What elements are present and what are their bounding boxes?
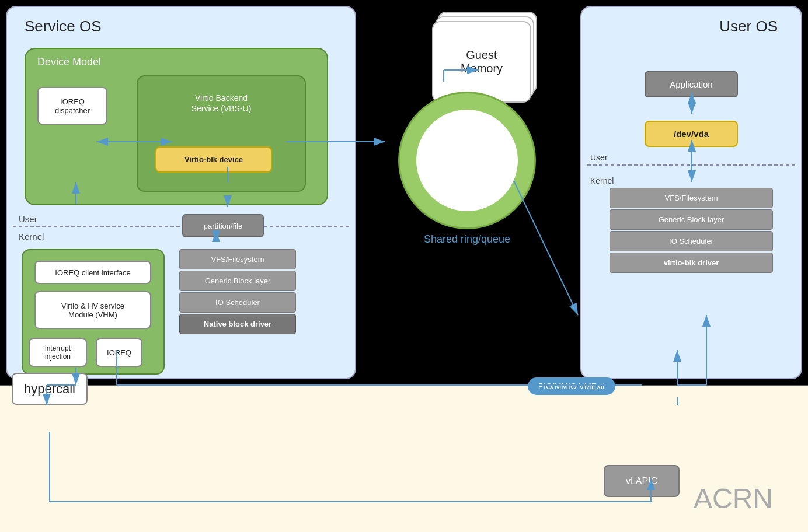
shared-ring-label: Shared ring/queue bbox=[424, 233, 510, 246]
user-os-user-label: User bbox=[590, 153, 608, 162]
user-os-panel: User OS Application /dev/vda User Kernel… bbox=[580, 6, 802, 379]
user-os-virtio-blk-driver-item: virtio-blk driver bbox=[610, 253, 773, 273]
interrupt-injection-box: interrupt injection bbox=[29, 338, 87, 367]
user-os-vda-box: /dev/vda bbox=[645, 121, 738, 147]
service-os-user-kernel-line bbox=[13, 226, 349, 227]
ioreq-box: IOREQ bbox=[96, 338, 142, 367]
vbs-title: Virtio Backend Service (VBS-U) bbox=[138, 82, 305, 114]
device-model-title: Device Model bbox=[37, 56, 101, 68]
service-io-scheduler-item: IO Scheduler bbox=[179, 292, 296, 313]
service-native-block-item: Native block driver bbox=[179, 314, 296, 334]
shared-ring-area: Shared ring/queue bbox=[362, 47, 572, 280]
service-os-title: Service OS bbox=[25, 18, 102, 36]
user-os-vfs-item: VFS/Filesystem bbox=[610, 188, 773, 208]
virtio-hv-box: Virtio & HV service Module (VHM) bbox=[34, 291, 151, 329]
user-os-application-box: Application bbox=[645, 71, 738, 97]
ioreq-client-box: IOREQ client interface bbox=[34, 261, 151, 284]
kernel-green-box: IOREQ client interface Virtio & HV servi… bbox=[22, 249, 165, 374]
ioreq-dispatcher-box: IOREQ dispatcher bbox=[37, 87, 107, 125]
pio-mmio-badge: PIO/MMIO VMExit bbox=[528, 377, 615, 395]
user-os-title: User OS bbox=[719, 18, 778, 36]
user-os-io-scheduler-item: IO Scheduler bbox=[610, 231, 773, 251]
shared-ring-circle bbox=[400, 93, 534, 228]
partition-file-box: partition/file bbox=[182, 214, 264, 237]
device-model-box: Device Model IOREQ dispatcher Virtio Bac… bbox=[25, 48, 328, 205]
user-os-kernel-label: Kernel bbox=[590, 176, 614, 186]
user-os-dashed-line bbox=[587, 164, 795, 166]
vbs-box: Virtio Backend Service (VBS-U) Virtio-bl… bbox=[137, 75, 306, 192]
service-os-panel: Service OS Device Model IOREQ dispatcher… bbox=[6, 6, 356, 379]
service-generic-block-item: Generic Block layer bbox=[179, 271, 296, 291]
acrn-label: ACRN bbox=[694, 482, 773, 514]
virtio-blk-device-box: Virtio-blk device bbox=[155, 146, 272, 173]
service-vfs-item: VFS/Filesystem bbox=[179, 249, 296, 270]
bottom-acrn-area: ACRN hypercall PIO/MMIO VMExit vLAPIC bbox=[0, 385, 808, 532]
service-os-kernel-label: Kernel bbox=[19, 232, 44, 242]
service-os-stack: VFS/Filesystem Generic Block layer IO Sc… bbox=[179, 249, 296, 334]
hypercall-box: hypercall bbox=[12, 373, 88, 405]
service-os-user-label: User bbox=[19, 214, 37, 224]
vlapic-box: vLAPIC bbox=[604, 465, 680, 497]
user-os-kernel-stack: VFS/Filesystem Generic Block layer IO Sc… bbox=[610, 188, 773, 274]
user-os-generic-block-item: Generic Block layer bbox=[610, 209, 773, 230]
